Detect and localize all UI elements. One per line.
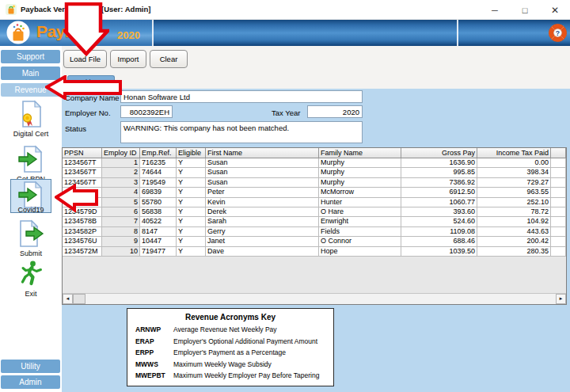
scrollbar-track [86, 294, 556, 304]
table-cell [551, 237, 566, 245]
acronym-key: ERPP [135, 348, 173, 356]
header-divider [457, 20, 458, 46]
table-cell: O Connor [319, 237, 401, 245]
table-row[interactable]: 555780YKevinHunter1060.77252.10 [63, 198, 566, 207]
table-cell: 398.34 [477, 168, 551, 177]
table-cell [551, 168, 566, 177]
close-button[interactable]: ✕ [540, 0, 570, 20]
toolbar-button-clear[interactable]: Clear [150, 50, 188, 68]
table-row[interactable]: 1234578B740522YSarahEnwright524.60104.92 [63, 217, 566, 226]
toolbar: Load FileImportClear [62, 46, 570, 70]
window-title: Payback Version [21, 5, 81, 13]
table-cell: 252.10 [477, 198, 551, 207]
scrollbar-thumb[interactable] [73, 294, 86, 304]
table-cell: 1039.50 [401, 247, 477, 256]
employer-no-label: Employer No. [65, 108, 111, 117]
document-import-icon [11, 181, 51, 205]
table-cell: 1234572M [63, 247, 102, 256]
acronym-key: ARNWP [135, 325, 173, 333]
sidebar-item-exit[interactable]: Exit [0, 260, 62, 298]
table-cell: 716235 [140, 158, 177, 167]
sidebar-item-utility[interactable]: Utility [1, 360, 60, 373]
table-cell: 7 [102, 217, 140, 226]
brand-name: Payback [36, 22, 101, 41]
table-cell [551, 227, 566, 236]
table-cell: 6912.50 [401, 188, 477, 196]
table-row[interactable]: 1234572M10719477YDaveHope1039.50280.35 [63, 247, 566, 257]
status-label: Status [65, 124, 86, 133]
table-cell: 7386.92 [401, 178, 477, 187]
table-cell: Fields [319, 227, 401, 236]
table-cell: Y [177, 247, 206, 256]
table-header-cell[interactable]: Emp.Ref. [140, 148, 177, 158]
horizontal-scrollbar: ◄ ► [63, 293, 566, 304]
table-header-cell[interactable]: Eligible [177, 148, 206, 158]
table-cell: 688.46 [401, 237, 477, 245]
table-header-cell[interactable] [551, 148, 566, 158]
acronym-key: MWWS [135, 360, 173, 368]
table-header-cell[interactable]: Employ ID [102, 148, 140, 158]
table-row[interactable]: 1234567T1716235YSusanMurphy1636.900.00 [63, 158, 566, 168]
sidebar-item-main[interactable]: Main [1, 67, 60, 80]
table-row[interactable]: 1234579D656838YDerekO Hare393.6078.72 [63, 207, 566, 217]
employer-no-field[interactable]: 8002392EH [120, 105, 173, 118]
acronym-value: Employer's Optional Additional Payment A… [173, 337, 333, 345]
content-panel: Company Name Honan Software Ltd Employer… [62, 89, 570, 392]
table-cell: 1234576U [63, 237, 102, 245]
sidebar-item-digital-cert[interactable]: Digital Cert [0, 100, 62, 138]
table-header: PPSNEmploy IDEmp.Ref.EligibleFirst NameF… [63, 148, 566, 158]
table-cell: Y [177, 158, 206, 167]
tax-year-field[interactable]: 2020 [307, 105, 363, 118]
table-cell: 40522 [140, 217, 177, 226]
table-cell: Enwright [319, 217, 401, 226]
table-cell: Hope [319, 247, 401, 256]
table-cell: Y [177, 217, 206, 226]
table-row[interactable]: 469839YPeterMcMorrow6912.50963.55 [63, 188, 566, 197]
tab-strip: Weekly Data [62, 70, 570, 89]
sidebar-item-admin[interactable]: Admin [1, 375, 60, 389]
toolbar-button-load-file[interactable]: Load File [63, 50, 107, 68]
scroll-right-button[interactable]: ► [556, 294, 566, 304]
table-cell [551, 207, 566, 216]
table-cell: 78.72 [477, 207, 551, 216]
table-header-cell[interactable]: Gross Pay [401, 148, 477, 158]
sidebar-item-revenue[interactable]: Revenue [1, 83, 60, 97]
table-cell: 1234578B [63, 217, 102, 226]
table-cell: Y [177, 207, 206, 216]
table-cell: 69839 [140, 188, 177, 196]
table-header-cell[interactable]: Family Name [319, 148, 401, 158]
minimize-button[interactable]: ─ [480, 0, 510, 20]
sidebar-item-get-rpn[interactable]: Get RPN [0, 145, 62, 183]
table-cell: 1234582P [63, 227, 102, 236]
acronym-key: MWEPBT [135, 371, 173, 379]
table-row[interactable]: 1234576U910447YJanetO Connor688.46200.42 [63, 237, 566, 246]
scroll-left-button[interactable]: ◄ [63, 294, 73, 304]
table-cell: Y [177, 178, 206, 187]
table-cell: Susan [206, 168, 319, 177]
sidebar-item-covid19[interactable]: Covid19 [10, 179, 51, 213]
table-cell: 8 [102, 227, 140, 236]
table-cell [551, 158, 566, 167]
table-cell: Murphy [319, 178, 401, 187]
toolbar-button-import[interactable]: Import [110, 50, 146, 68]
table-cell: Y [177, 188, 206, 196]
table-cell: 280.35 [477, 247, 551, 256]
sidebar-item-support[interactable]: Support [1, 50, 60, 63]
tab-weekly-data[interactable]: Weekly Data [67, 75, 115, 89]
sidebar-item-submit[interactable]: Submit [0, 219, 62, 257]
sidebar-item-label: Exit [0, 290, 62, 298]
table-header-cell[interactable]: PPSN [63, 148, 102, 158]
help-life-ring-icon[interactable]: ? [548, 23, 568, 43]
table-row[interactable]: 1234582P88147YGerryFields1109.08443.63 [63, 227, 566, 237]
table-row[interactable]: 1234567T3719549YSusanMurphy7386.92729.27 [63, 178, 566, 188]
table-header-cell[interactable]: Income Tax Paid [477, 148, 551, 158]
maximize-button[interactable]: □ [510, 0, 540, 20]
table-header-cell[interactable]: First Name [206, 148, 319, 158]
status-field[interactable]: WARNING: This company has not been match… [120, 121, 363, 143]
table-row[interactable]: 1234567T274644YSusanMurphy995.85398.34 [63, 168, 566, 177]
acronym-value: Maximum Weekly Wage Subsidy [173, 360, 333, 368]
table-cell [551, 198, 566, 207]
employee-table: PPSNEmploy IDEmp.Ref.EligibleFirst NameF… [62, 147, 567, 305]
company-name-field[interactable]: Honan Software Ltd [120, 90, 363, 103]
table-cell: 5 [102, 198, 140, 207]
